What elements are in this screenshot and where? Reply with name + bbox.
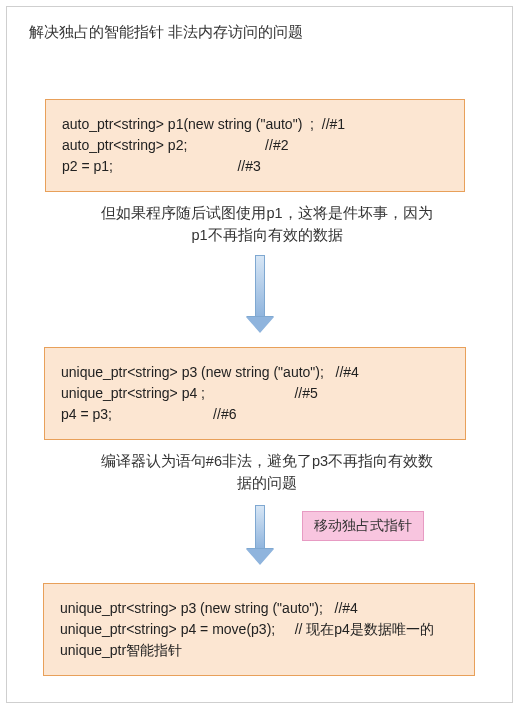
arrow-down-icon <box>245 255 275 333</box>
code-block-1: auto_ptr<string> p1(new string ("auto") … <box>45 99 465 192</box>
arrow-down-icon <box>245 505 275 565</box>
tag-move-pointer: 移动独占式指针 <box>302 511 424 541</box>
code-block-2: unique_ptr<string> p3 (new string ("auto… <box>44 347 466 440</box>
code-block-3: unique_ptr<string> p3 (new string ("auto… <box>43 583 475 676</box>
caption-2: 编译器认为语句#6非法，避免了p3不再指向有效数据的问题 <box>97 451 437 495</box>
diagram-canvas: 解决独占的智能指针 非法内存访问的问题 auto_ptr<string> p1(… <box>6 6 513 703</box>
page-title: 解决独占的智能指针 非法内存访问的问题 <box>29 23 303 42</box>
caption-1: 但如果程序随后试图使用p1，这将是件坏事，因为p1不再指向有效的数据 <box>97 203 437 247</box>
